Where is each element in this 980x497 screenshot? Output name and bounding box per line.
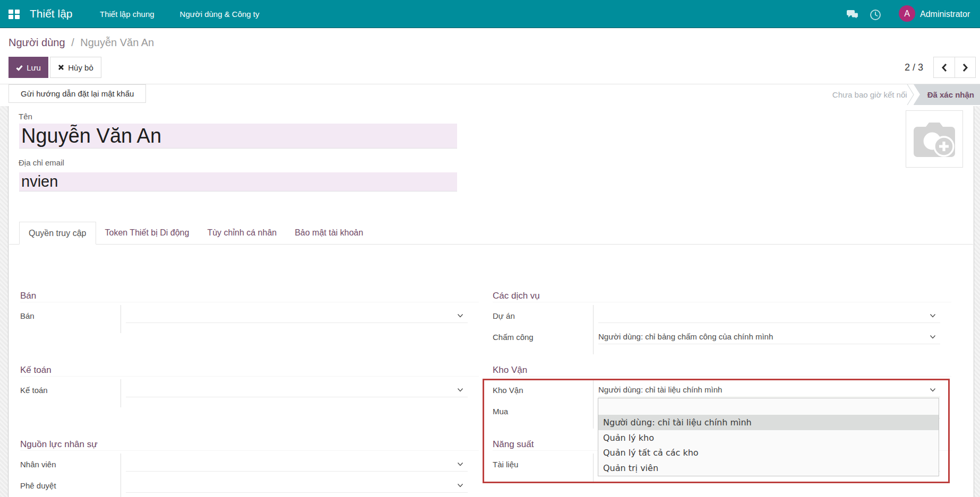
field-row-nhan-vien: Nhân viên [20,454,479,475]
page-gutter-right [974,106,980,497]
form-group: BánBán [20,291,479,326]
breadcrumb-current: Nguyễn Văn An [80,37,154,48]
group-title: Nguồn lực nhân sự [20,439,479,451]
chevron-down-icon [930,335,936,339]
chevron-down-icon [457,483,463,487]
field-select-ke-toan[interactable] [126,379,468,397]
app-title[interactable]: Thiết lập [30,7,73,20]
field-select-du-an[interactable] [598,305,940,323]
field-label-kho-van: Kho Vận [493,379,593,400]
field-label-tai-lieu: Tài liệu [493,454,593,475]
field-select-kho-van[interactable]: Người dùng: chỉ tài liệu chính mình [598,379,940,397]
dropdown-option-0[interactable] [598,398,939,415]
tab-3[interactable]: Bảo mật tài khoản [286,222,372,245]
statusbar-stages: Chưa bao giờ kết nốiĐã xác nhận [819,84,980,105]
field-select-nhan-vien[interactable] [126,454,468,472]
pager-value: 2 / 3 [905,62,923,73]
nav-menu-item-1[interactable]: Người dùng & Công ty [167,0,272,28]
group-title: Kế toán [20,365,479,377]
breadcrumb-separator: / [71,37,77,48]
pager-previous-button[interactable] [934,57,955,77]
field-label-cham-cong: Chấm công [493,326,593,347]
name-field-label: Tên [19,112,32,121]
field-select-phe-duyet[interactable] [126,475,468,493]
field-row-du-an: Dự án [493,305,951,326]
form-group: Kế toánKế toán [20,365,479,400]
x-icon [58,64,64,71]
group-title: Các dịch vụ [493,291,951,302]
chevron-down-icon [457,462,463,466]
chat-icon[interactable] [846,9,859,21]
email-input[interactable]: nvien [19,172,457,191]
field-label-mua: Mua [493,400,593,422]
statusbar: Gửi hướng dẫn đặt lại mật khẩu Chưa bao … [0,84,980,105]
user-avatar[interactable]: A [899,5,915,22]
field-row-phe-duyet: Phê duyệt [20,475,479,496]
pager-next-button[interactable] [955,57,975,77]
photo-upload-box[interactable] [906,110,963,168]
form-group: Nguồn lực nhân sựNhân viênPhê duyệt [20,439,479,496]
field-select-cham-cong[interactable]: Người dùng: chỉ bảng chấm công của chính… [598,326,940,344]
form-group: Các dịch vụDự ánChấm côngNgười dùng: chỉ… [493,291,951,347]
dropdown-option-4[interactable]: Quản trị viên [598,460,939,476]
field-label-ban: Bán [20,305,121,326]
breadcrumb: Người dùng / Nguyễn Văn An [8,37,154,49]
dropdown-option-2[interactable]: Quản lý kho [598,430,939,446]
tab-1[interactable]: Token Thiết bị Di động [96,222,199,245]
field-value-cham-cong: Người dùng: chỉ bảng chấm công của chính… [598,332,773,341]
email-field-label: Địa chỉ email [19,158,64,167]
pager: 2 / 3 [905,57,976,78]
discard-button[interactable]: Hủy bỏ [50,57,101,78]
chevron-down-icon [457,313,463,318]
dropdown-option-3[interactable]: Quản lý tất cả các kho [598,446,939,461]
send-reset-password-button[interactable]: Gửi hướng dẫn đặt lại mật khẩu [8,84,146,103]
field-row-cham-cong: Chấm côngNgười dùng: chỉ bảng chấm công … [493,326,951,347]
status-stage-0[interactable]: Chưa bao giờ kết nối [819,84,914,105]
field-value-kho-van: Người dùng: chỉ tài liệu chính mình [598,385,722,394]
page-gutter-left [0,106,8,497]
inventory-dropdown-list: Người dùng: chỉ tài liệu chính mìnhQuản … [598,398,939,476]
nav-menu-item-0[interactable]: Thiết lập chung [87,0,167,28]
field-row-ban: Bán [20,305,479,326]
field-select-ban[interactable] [126,305,468,323]
tab-2[interactable]: Tùy chỉnh cá nhân [198,222,286,245]
field-label-nhan-vien: Nhân viên [20,454,121,475]
group-title: Kho Vận [493,365,951,377]
user-menu[interactable]: Administrator [920,0,970,28]
name-input[interactable]: Nguyễn Văn An [19,124,457,149]
breadcrumb-parent[interactable]: Người dùng [8,37,65,48]
nav-menu: Thiết lập chungNgười dùng & Công ty [87,0,272,28]
notebook-tabs: Quyền truy cậpToken Thiết bị Di độngTùy … [9,222,973,245]
tab-0[interactable]: Quyền truy cập [19,222,96,245]
camera-icon [913,121,956,157]
chevron-down-icon [930,388,936,392]
field-label-ke-toan: Kế toán [20,379,121,400]
save-button[interactable]: Lưu [8,57,48,78]
top-navbar: Thiết lập Thiết lập chungNgười dùng & Cô… [0,0,980,28]
activity-clock-icon[interactable] [870,9,881,21]
field-label-du-an: Dự án [493,305,593,326]
check-icon [16,64,23,71]
field-label-phe-duyet: Phê duyệt [20,475,121,496]
status-stage-1[interactable]: Đã xác nhận [914,84,980,105]
group-title: Bán [20,291,479,302]
field-row-ke-toan: Kế toán [20,379,479,400]
dropdown-option-1[interactable]: Người dùng: chỉ tài liệu chính mình [598,415,939,430]
field-row-kho-van: Kho VậnNgười dùng: chỉ tài liệu chính mì… [493,379,951,400]
chevron-down-icon [930,313,936,318]
chevron-down-icon [457,388,463,392]
stage-separator-chevron [907,84,914,105]
apps-grid-icon[interactable] [8,10,20,19]
